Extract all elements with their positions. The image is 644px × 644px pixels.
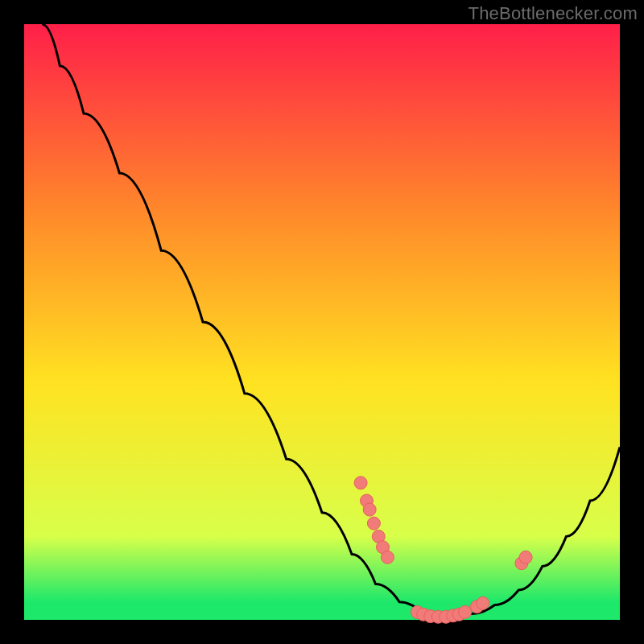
data-marker [459,605,472,618]
chart-container: TheBottlenecker.com [0,0,644,644]
plot-area [24,24,620,620]
data-marker [363,503,376,516]
data-marker [354,477,367,489]
data-marker [381,551,394,564]
data-marker [477,597,489,609]
bottleneck-chart [0,0,644,644]
data-marker [519,551,532,564]
watermark-text: TheBottlenecker.com [469,3,638,24]
data-marker [367,517,380,530]
